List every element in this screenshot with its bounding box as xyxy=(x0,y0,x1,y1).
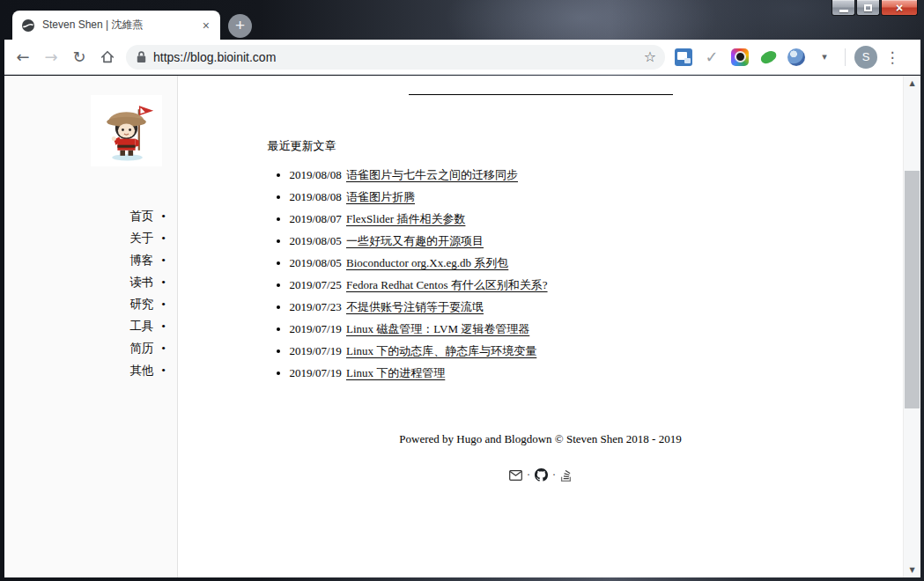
window-close-button[interactable]: × xyxy=(881,0,918,16)
article-link[interactable]: Linux 磁盘管理：LVM 逻辑卷管理器 xyxy=(346,322,529,335)
back-button[interactable]: ← xyxy=(10,48,36,66)
article-link[interactable]: Bioconductor org.Xx.eg.db 系列包 xyxy=(346,256,508,269)
article-date: 2019/08/08 xyxy=(290,168,342,181)
scroll-down-arrow-icon[interactable]: ▼ xyxy=(904,563,920,577)
article-list-item: 2019/07/19 Linux 下的进程管理 xyxy=(290,362,814,384)
globe-extension-icon[interactable] xyxy=(783,48,809,66)
sidebar-nav-label[interactable]: 工具 xyxy=(129,320,153,333)
article-date: 2019/07/19 xyxy=(290,344,342,357)
translate-extension-glyph xyxy=(675,48,692,66)
page-scrollbar[interactable]: ▲ ▼ xyxy=(903,76,920,577)
scrollbar-thumb[interactable] xyxy=(905,171,920,408)
nav-bullet: • xyxy=(161,298,166,311)
email-icon[interactable] xyxy=(509,470,522,481)
tab-close-icon[interactable]: × xyxy=(199,18,213,33)
sidebar-nav-label[interactable]: 简历 xyxy=(129,342,153,355)
sidebar-nav-label[interactable]: 博客 xyxy=(129,254,153,267)
article-date: 2019/07/19 xyxy=(290,322,342,335)
camera-extension-icon[interactable] xyxy=(727,48,753,66)
sidebar-nav-label[interactable]: 其他 xyxy=(129,364,153,377)
sidebar-nav-label[interactable]: 读书 xyxy=(129,276,153,289)
sidebar-nav-item[interactable]: 其他• xyxy=(4,359,177,381)
page-viewport: 首页•关于•博客•读书•研究•工具•简历•其他• 最近更新文章 2019/08/… xyxy=(4,76,920,577)
article-list-item: 2019/07/25 Fedora Redhat Centos 有什么区别和关系… xyxy=(290,274,814,296)
icon-separator: · xyxy=(527,464,530,486)
window-maximize-button[interactable] xyxy=(856,0,880,16)
article-link[interactable]: 不提供账号注销等于耍流氓 xyxy=(346,300,484,313)
translate-extension-icon[interactable] xyxy=(670,48,697,66)
address-bar[interactable]: https://blog.bioinit.com ☆ xyxy=(126,45,665,70)
nav-bullet: • xyxy=(161,254,166,267)
maximize-icon xyxy=(864,4,872,11)
article-date: 2019/08/07 xyxy=(290,212,342,225)
octocat-avatar-image xyxy=(91,95,162,166)
article-link[interactable]: FlexSlider 插件相关参数 xyxy=(346,212,465,225)
recent-articles-list: 2019/08/08 语雀图片与七牛云之间的迁移同步2019/08/08 语雀图… xyxy=(268,164,814,384)
browser-menu-kebab-icon[interactable]: ⋮ xyxy=(881,48,904,66)
sidebar-nav-item[interactable]: 读书• xyxy=(4,271,177,293)
nav-bullet: • xyxy=(161,320,166,333)
sidebar-nav-item[interactable]: 首页• xyxy=(4,205,177,227)
article-link[interactable]: 语雀图片与七牛云之间的迁移同步 xyxy=(346,168,518,181)
sidebar-nav-item[interactable]: 简历• xyxy=(4,337,177,359)
article-link[interactable]: Linux 下的进程管理 xyxy=(346,366,445,379)
site-sidebar: 首页•关于•博客•读书•研究•工具•简历•其他• xyxy=(4,76,178,577)
article-list-item: 2019/08/05 Bioconductor org.Xx.eg.db 系列包 xyxy=(290,252,814,274)
toolbar-divider xyxy=(845,48,846,66)
article-date: 2019/08/08 xyxy=(290,190,342,203)
article-link[interactable]: 一些好玩又有趣的开源项目 xyxy=(346,234,484,247)
globe-extension-glyph xyxy=(787,48,805,66)
article-list-item: 2019/08/05 一些好玩又有趣的开源项目 xyxy=(290,230,814,252)
footer-credit: Powered by Hugo and Blogdown © Steven Sh… xyxy=(268,428,814,450)
tab-title: Steven Shen | 沈維燕 xyxy=(42,18,192,33)
minimize-icon xyxy=(839,10,848,12)
sidebar-nav: 首页•关于•博客•读书•研究•工具•简历•其他• xyxy=(4,205,177,381)
tab-favicon-globe-icon xyxy=(21,18,35,33)
nav-bullet: • xyxy=(161,276,166,289)
article-link[interactable]: Fedora Redhat Centos 有什么区别和关系? xyxy=(346,278,548,291)
new-tab-button[interactable]: + xyxy=(228,14,252,38)
sidebar-nav-item[interactable]: 研究• xyxy=(4,293,177,315)
window-minimize-button[interactable] xyxy=(832,0,855,16)
nav-bullet: • xyxy=(161,210,166,223)
article-link[interactable]: Linux 下的动态库、静态库与环境变量 xyxy=(346,344,536,357)
lock-icon xyxy=(137,51,146,63)
article-date: 2019/07/25 xyxy=(290,278,342,291)
window-controls: × xyxy=(832,0,918,16)
pepper-extension-icon[interactable] xyxy=(755,49,781,65)
home-button[interactable] xyxy=(94,49,121,65)
sidebar-nav-item[interactable]: 关于• xyxy=(4,227,177,249)
article-list-item: 2019/07/19 Linux 磁盘管理：LVM 逻辑卷管理器 xyxy=(290,318,814,340)
nav-bullet: • xyxy=(161,364,166,377)
stackoverflow-icon[interactable] xyxy=(560,468,572,482)
sidebar-nav-item[interactable]: 博客• xyxy=(4,249,177,271)
nav-bullet: • xyxy=(161,342,166,355)
desktop: { "window": { "controls": ["minimize", "… xyxy=(0,0,924,581)
sidebar-nav-item[interactable]: 工具• xyxy=(4,315,177,337)
forward-button[interactable]: → xyxy=(38,48,64,66)
recent-articles-heading: 最近更新文章 xyxy=(268,135,814,157)
article-link[interactable]: 语雀图片折腾 xyxy=(346,190,415,203)
bookmark-star-icon[interactable]: ☆ xyxy=(644,48,656,65)
article-date: 2019/07/23 xyxy=(290,300,342,313)
camera-extension-glyph xyxy=(731,48,749,66)
article-date: 2019/08/05 xyxy=(290,234,342,247)
extensions-overflow-chevron-down-icon[interactable]: ▾ xyxy=(811,51,838,63)
sidebar-nav-label[interactable]: 研究 xyxy=(129,298,153,311)
article-list-item: 2019/08/08 语雀图片与七牛云之间的迁移同步 xyxy=(290,164,814,186)
check-extension-icon[interactable]: ✓ xyxy=(699,48,725,67)
sidebar-nav-label[interactable]: 关于 xyxy=(129,232,153,245)
site-avatar[interactable] xyxy=(91,95,162,166)
profile-avatar[interactable]: S xyxy=(854,46,877,69)
nav-bullet: • xyxy=(161,232,166,245)
main-content: 最近更新文章 2019/08/08 语雀图片与七牛云之间的迁移同步2019/08… xyxy=(178,76,903,577)
reload-button[interactable]: ↻ xyxy=(66,48,92,66)
url-text[interactable]: https://blog.bioinit.com xyxy=(153,50,637,64)
browser-tab[interactable]: Steven Shen | 沈維燕 × xyxy=(12,11,220,40)
article-list-item: 2019/08/08 语雀图片折腾 xyxy=(290,186,814,208)
scroll-up-arrow-icon[interactable]: ▲ xyxy=(904,76,920,91)
github-icon[interactable] xyxy=(535,468,548,482)
article-list-item: 2019/07/19 Linux 下的动态库、静态库与环境变量 xyxy=(290,340,814,362)
article-date: 2019/08/05 xyxy=(290,256,342,269)
sidebar-nav-label[interactable]: 首页 xyxy=(129,210,153,223)
